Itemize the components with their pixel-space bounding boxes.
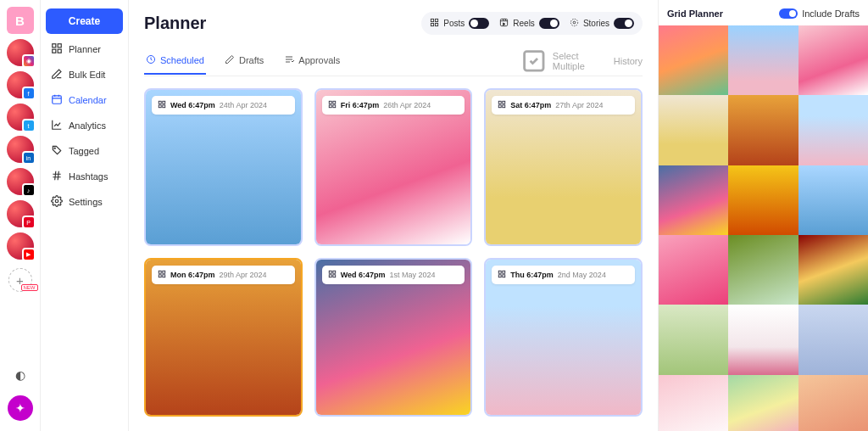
svg-rect-4 <box>53 96 62 104</box>
post-card[interactable]: Mon 6:47pm29th Apr 2024 <box>144 258 303 417</box>
post-schedule-pill: Wed 6:47pm1st May 2024 <box>322 266 465 284</box>
grid-icon <box>498 100 506 110</box>
post-time: Sat 6:47pm <box>510 101 551 109</box>
filter-stories[interactable]: Stories <box>566 15 637 31</box>
post-schedule-pill: Mon 6:47pm29th Apr 2024 <box>152 266 295 284</box>
grid-cell[interactable] <box>798 95 868 165</box>
account-twitter[interactable]: t <box>7 104 34 131</box>
account-pinterest[interactable]: P <box>7 200 34 227</box>
svg-rect-37 <box>503 271 505 274</box>
nav-calendar[interactable]: Calendar <box>46 87 123 113</box>
post-time: Thu 6:47pm <box>510 271 554 279</box>
grid-cell[interactable] <box>728 305 798 374</box>
add-account-button[interactable]: + NEW <box>8 268 32 292</box>
grid-icon <box>430 18 439 29</box>
post-time: Wed 6:47pm <box>170 101 215 109</box>
post-card[interactable]: Wed 6:47pm1st May 2024 <box>314 258 473 417</box>
grid-cell[interactable] <box>728 95 798 165</box>
grid-icon <box>158 100 166 110</box>
grid-cell[interactable] <box>728 165 798 235</box>
svg-rect-19 <box>163 104 165 107</box>
create-button[interactable]: Create <box>46 8 123 34</box>
nav-planner[interactable]: Planner <box>46 36 123 62</box>
post-schedule-pill: Sat 6:47pm27th Apr 2024 <box>492 96 635 115</box>
grid-cell[interactable] <box>798 165 868 235</box>
post-schedule-pill: Wed 6:47pm24th Apr 2024 <box>152 96 295 115</box>
post-card[interactable]: Sat 6:47pm27th Apr 2024 <box>484 88 643 247</box>
account-linkedin[interactable]: in <box>7 136 34 163</box>
pinterest-icon: P <box>22 216 36 229</box>
filter-reels[interactable]: Reels <box>496 15 563 31</box>
account-facebook[interactable]: f <box>7 71 34 98</box>
filter-posts[interactable]: Posts <box>426 15 492 31</box>
history-button[interactable]: History <box>614 56 643 66</box>
story-icon <box>570 18 579 29</box>
post-card[interactable]: Thu 6:47pm2nd May 2024 <box>484 258 643 417</box>
svg-rect-32 <box>329 271 331 274</box>
grid-icon <box>158 270 166 280</box>
scheduled-posts-grid: Wed 6:47pm24th Apr 2024Fri 6:47pm26th Ap… <box>144 88 643 428</box>
main-content: Planner PostsReelsStories ScheduledDraft… <box>129 0 658 431</box>
select-multiple-button[interactable]: Select Multiple <box>520 47 585 76</box>
clock-icon <box>146 54 156 66</box>
post-date: 29th Apr 2024 <box>220 271 267 279</box>
nav-settings[interactable]: Settings <box>46 189 123 215</box>
svg-rect-20 <box>329 101 331 104</box>
grid-cell[interactable] <box>659 235 728 305</box>
grid-cell[interactable] <box>659 25 728 95</box>
svg-rect-18 <box>159 104 161 107</box>
filter-label: Stories <box>583 19 609 28</box>
svg-rect-36 <box>499 271 502 274</box>
nav-analytics[interactable]: Analytics <box>46 113 123 138</box>
svg-rect-0 <box>53 44 56 48</box>
svg-rect-21 <box>332 101 335 104</box>
nav-label: Planner <box>69 44 101 54</box>
tabs-bar: ScheduledDraftsApprovals Select Multiple… <box>144 47 643 76</box>
grid-cell[interactable] <box>659 95 728 165</box>
grid-cell[interactable] <box>728 375 798 431</box>
nav-hashtags[interactable]: Hashtags <box>46 164 123 189</box>
tab-drafts[interactable]: Drafts <box>223 48 265 75</box>
nav-tagged[interactable]: Tagged <box>46 138 123 164</box>
post-date: 1st May 2024 <box>390 271 436 279</box>
nav-label: Hashtags <box>69 171 108 182</box>
grid-planner-title: Grid Planner <box>667 8 723 19</box>
svg-rect-33 <box>332 271 335 274</box>
new-badge: NEW <box>21 284 38 291</box>
tab-approvals[interactable]: Approvals <box>282 48 342 75</box>
svg-rect-22 <box>329 104 331 107</box>
svg-rect-28 <box>159 271 161 274</box>
svg-rect-26 <box>499 104 502 107</box>
calendar-icon <box>51 93 63 107</box>
ai-sparkle-button[interactable]: ✦ <box>8 395 33 421</box>
grid-cell[interactable] <box>659 165 728 235</box>
nav-bulk-edit[interactable]: Bulk Edit <box>46 62 123 87</box>
grid-cell[interactable] <box>798 305 868 374</box>
grid-cell[interactable] <box>798 235 868 305</box>
post-card[interactable]: Wed 6:47pm24th Apr 2024 <box>144 88 303 247</box>
grid-cell[interactable] <box>659 305 728 374</box>
svg-rect-27 <box>503 104 505 107</box>
grid-cell[interactable] <box>728 25 798 95</box>
post-time: Wed 6:47pm <box>341 271 386 279</box>
svg-rect-23 <box>332 104 335 107</box>
grid-cell[interactable] <box>798 25 868 95</box>
brand-badge[interactable]: B <box>7 7 34 34</box>
account-youtube[interactable]: ▶ <box>7 232 34 260</box>
grid-cell[interactable] <box>798 375 868 431</box>
include-drafts-toggle[interactable]: Include Drafts <box>779 8 860 19</box>
nav-label: Calendar <box>69 95 107 105</box>
edit-icon <box>51 68 63 81</box>
account-tiktok[interactable]: ♪ <box>7 168 34 195</box>
tab-scheduled[interactable]: Scheduled <box>144 48 206 75</box>
svg-rect-17 <box>163 101 165 104</box>
twitter-icon: t <box>22 119 36 132</box>
nav-label: Settings <box>69 197 103 207</box>
post-card[interactable]: Fri 6:47pm26th Apr 2024 <box>314 88 473 247</box>
theme-toggle-icon[interactable]: ◐ <box>15 368 25 382</box>
grid-cell[interactable] <box>659 375 728 431</box>
grid-cell[interactable] <box>728 235 798 305</box>
post-date: 24th Apr 2024 <box>220 101 267 109</box>
youtube-icon: ▶ <box>22 248 36 261</box>
account-instagram[interactable]: ◉ <box>7 39 34 66</box>
